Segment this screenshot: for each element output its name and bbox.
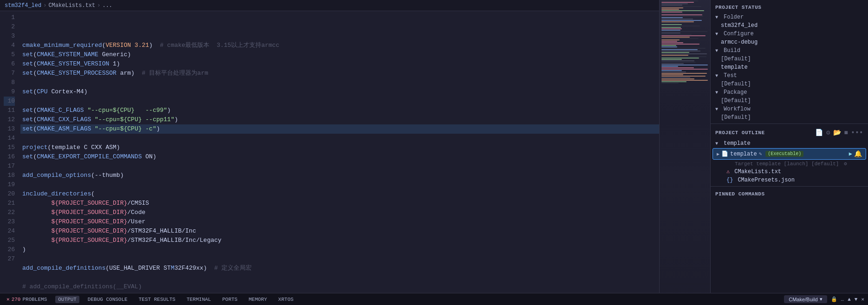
- configure-value-item[interactable]: armcc-debug: [711, 38, 868, 46]
- status-bar: ✕ 270 PROBLEMS OUTPUT DEBUG CONSOLE TEST…: [0, 293, 868, 305]
- target-settings-icon[interactable]: ⚙: [844, 161, 847, 167]
- debug-console-item[interactable]: DEBUG CONSOLE: [85, 296, 130, 303]
- cmake-presets-label: CMakePresets.json: [738, 177, 794, 183]
- minimap-line: [661, 46, 677, 47]
- folder-value-item[interactable]: stm32f4_led: [711, 21, 868, 30]
- lock-icon: 🔒: [831, 296, 837, 302]
- code-line-25[interactable]: add_compile_definitions(USE_HAL_DRIVER S…: [20, 264, 659, 273]
- up-arrow-icon[interactable]: ▲: [848, 297, 851, 302]
- workflow-default-item[interactable]: [Default]: [711, 113, 868, 122]
- code-line-14[interactable]: [20, 162, 659, 171]
- code-line-19[interactable]: ${PROJECT_SOURCE_DIR}/Code: [20, 208, 659, 217]
- code-line-8[interactable]: set(CMAKE_C_FLAGS "--cpu=${CPU} --c99"): [20, 106, 659, 115]
- outline-expand-icon: ▶: [717, 151, 719, 157]
- minimap-line: [661, 19, 693, 19]
- package-item[interactable]: ▼ Package: [711, 88, 868, 97]
- code-line-13[interactable]: set(CMAKE_EXPORT_COMPILE_COMMANDS ON): [20, 152, 659, 162]
- minimap-line: [661, 5, 682, 6]
- project-outline-section: PROJECT OUTLINE 📄 ⚙ 📂 ■ ••• ▼ template ▶…: [711, 124, 868, 187]
- minimap-line: [661, 66, 678, 67]
- minimap-line: [661, 21, 694, 22]
- launch-icon[interactable]: ▶: [849, 150, 852, 157]
- test-item[interactable]: ▼ Test: [711, 71, 868, 80]
- build-action-icon[interactable]: ■: [844, 129, 848, 136]
- code-line-6[interactable]: set(CPU Cortex-M4): [20, 87, 659, 97]
- code-line-23[interactable]: ): [20, 245, 659, 254]
- terminal-item[interactable]: TERMINAL: [184, 296, 214, 303]
- code-line-12[interactable]: project(template C CXX ASM): [20, 143, 659, 152]
- breadcrumb-sep2: ›: [97, 2, 100, 9]
- code-line-15[interactable]: add_compile_options(--thumb): [20, 171, 659, 180]
- code-line-9[interactable]: set(CMAKE_CXX_FLAGS "--cpu=${CPU} --cpp1…: [20, 115, 659, 124]
- code-line-18[interactable]: ${PROJECT_SOURCE_DIR}/CMSIS: [20, 199, 659, 208]
- pinned-commands-section: PINNED COMMANDS: [711, 187, 868, 293]
- code-line-1[interactable]: cmake_minimum_required(VERSION 3.21) # c…: [20, 41, 659, 50]
- build-item[interactable]: ▼ Build: [711, 46, 868, 55]
- code-line-10[interactable]: set(CMAKE_ASM_FLAGS "--cpu=${CPU} -c"): [20, 124, 659, 134]
- minimap-line: [661, 44, 700, 45]
- code-line-17[interactable]: include_directories(: [20, 189, 659, 199]
- cmake-presets-item[interactable]: {} CMakePresets.json: [711, 176, 868, 184]
- code-line-22[interactable]: ${PROJECT_SOURCE_DIR}/STM32F4_HALLIB/Inc…: [20, 236, 659, 245]
- cmake-build-label: CMake/Build: [789, 297, 817, 302]
- down-arrow-icon[interactable]: ▼: [855, 297, 858, 302]
- minimap-line: [661, 9, 679, 10]
- minimap-line: [661, 45, 676, 46]
- error-count: 270: [12, 297, 21, 302]
- code-line-4[interactable]: set(CMAKE_SYSTEM_PROCESSOR arm) # 目标平台处理…: [20, 69, 659, 78]
- code-line-7[interactable]: [20, 97, 659, 106]
- output-item[interactable]: OUTPUT: [55, 296, 79, 303]
- configure-item[interactable]: ▼ Configure: [711, 30, 868, 38]
- minimap-line: [661, 31, 707, 32]
- code-line-5[interactable]: [20, 78, 659, 87]
- code-line-20[interactable]: ${PROJECT_SOURCE_DIR}/User: [20, 217, 659, 227]
- package-default-item[interactable]: [Default]: [711, 97, 868, 105]
- code-line-27[interactable]: # add_compile_definitions(__EVAL): [20, 282, 659, 292]
- workflow-default: [Default]: [721, 114, 751, 121]
- code-line-11[interactable]: [20, 134, 659, 143]
- minimap-line: [661, 10, 704, 11]
- code-editor[interactable]: 12345 6789 10 1112131415 1617181920 2122…: [0, 11, 659, 293]
- minimap-line: [661, 23, 680, 24]
- breadcrumb-folder[interactable]: stm32f4_led: [5, 2, 41, 9]
- code-line-16[interactable]: [20, 180, 659, 189]
- test-default-item[interactable]: [Default]: [711, 80, 868, 88]
- folder-item[interactable]: ▼ Folder: [711, 13, 868, 21]
- more-icon[interactable]: •••: [851, 129, 863, 136]
- outline-root-item[interactable]: ▼ template: [711, 139, 868, 148]
- minimap-line: [661, 51, 700, 52]
- folder-label: Folder: [724, 14, 744, 20]
- breadcrumb-more[interactable]: ...: [102, 2, 112, 9]
- minimap: [659, 0, 710, 293]
- cmake-file-item[interactable]: ⚠ CMakeLists.txt: [711, 167, 868, 176]
- build-value-item[interactable]: template: [711, 63, 868, 71]
- settings-icon[interactable]: ⚙: [826, 129, 830, 136]
- cmake-build-button[interactable]: CMake/Build ▾: [784, 295, 827, 303]
- outline-target-row[interactable]: ▶ 📄 template ✎ (Executable) ▶ 🔔: [713, 148, 866, 160]
- code-line-3[interactable]: set(CMAKE_SYSTEM_VERSION 1): [20, 59, 659, 69]
- minimap-line: [661, 27, 681, 28]
- xrtos-item[interactable]: XRTOS: [275, 296, 296, 303]
- problems-item[interactable]: ✕ 270 PROBLEMS: [4, 295, 50, 303]
- minimap-line: [661, 12, 682, 13]
- code-line-2[interactable]: set(CMAKE_SYSTEM_NAME Generic): [20, 50, 659, 59]
- workflow-item[interactable]: ▼ Workflow: [711, 105, 868, 113]
- code-line-21[interactable]: ${PROJECT_SOURCE_DIR}/STM32F4_HALLIB/Inc: [20, 227, 659, 236]
- code-line-24[interactable]: [20, 254, 659, 264]
- breadcrumb-file[interactable]: CMakeLists.txt: [48, 2, 95, 9]
- minimap-line: [661, 14, 702, 15]
- new-file-icon[interactable]: 📄: [815, 129, 823, 136]
- test-chevron-icon: ▼: [715, 73, 721, 78]
- ports-item[interactable]: PORTS: [220, 296, 240, 303]
- close-panel-icon[interactable]: ✕: [861, 296, 864, 302]
- ellipsis-icon[interactable]: …: [841, 297, 844, 302]
- terminal-label: TERMINAL: [187, 297, 211, 302]
- open-folder-icon[interactable]: 📂: [833, 129, 842, 136]
- code-line-26[interactable]: [20, 273, 659, 282]
- outline-root-label: template: [724, 140, 751, 147]
- code-content[interactable]: cmake_minimum_required(VERSION 3.21) # c…: [20, 11, 659, 293]
- test-results-item[interactable]: TEST RESULTS: [136, 296, 178, 303]
- json-file-icon: {}: [726, 177, 733, 183]
- memory-item[interactable]: MEMORY: [246, 296, 270, 303]
- build-default-item[interactable]: [Default]: [711, 55, 868, 63]
